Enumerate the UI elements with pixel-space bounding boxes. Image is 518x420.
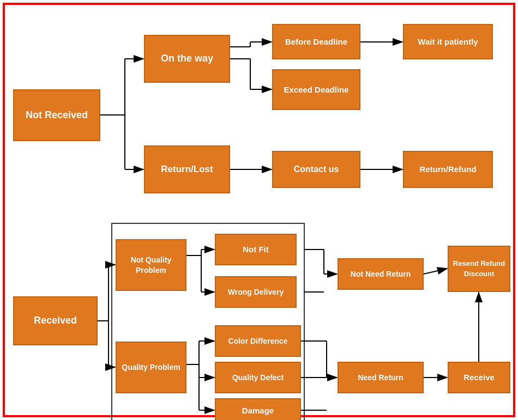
node-received: Received	[13, 296, 98, 345]
node-quality-problem: Quality Problem	[116, 342, 186, 393]
node-need-return: Need Return	[338, 362, 424, 393]
node-not-received: Not Received	[13, 89, 100, 141]
node-not-quality-problem: Not Quality Problem	[116, 239, 186, 291]
node-resend-refund: Resend Refund Discount	[448, 246, 510, 292]
svg-line-41	[424, 269, 447, 274]
node-not-need-return: Not Need Return	[338, 258, 424, 290]
node-color-difference: Color Difference	[215, 325, 301, 357]
node-on-the-way: On the way	[144, 35, 230, 83]
node-return-lost: Return/Lost	[144, 145, 230, 193]
node-receive: Receive	[448, 362, 510, 393]
node-not-fit: Not Fit	[215, 234, 297, 265]
node-damage: Damage	[215, 398, 301, 420]
node-before-deadline: Before Deadline	[272, 24, 360, 59]
node-return-refund: Return/Refund	[403, 151, 493, 188]
node-exceed-deadline: Exceed Deadline	[272, 69, 360, 110]
diagram-container: Not Received On the way Return/Lost Befo…	[3, 3, 515, 417]
node-wait-patiently: Wait it patiently	[403, 24, 493, 59]
node-contact-us: Contact us	[272, 151, 360, 188]
node-quality-defect: Quality Defect	[215, 362, 301, 393]
node-wrong-delivery: Wrong Delivery	[215, 276, 297, 308]
